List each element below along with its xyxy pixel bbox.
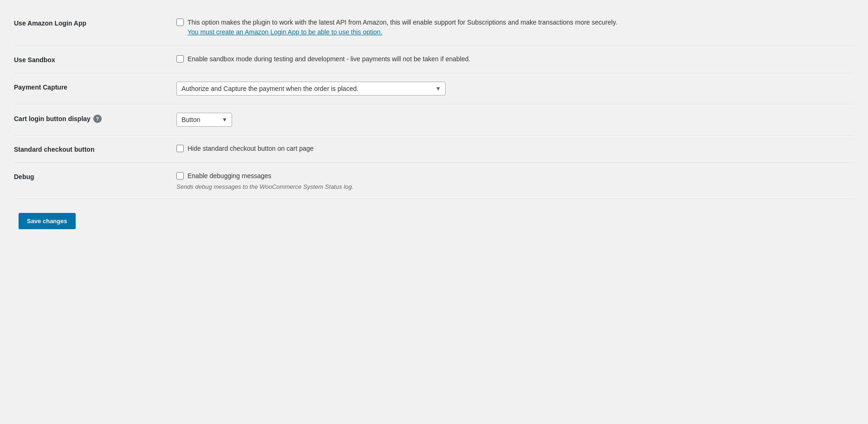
debug-checkbox[interactable] [176,172,184,180]
standard-checkout-field: Hide standard checkout button on cart pa… [176,144,849,154]
row-debug: Debug Enable debugging messages Sends de… [14,163,854,199]
standard-checkout-label: Standard checkout button [14,146,94,153]
row-amazon-login-app: Use Amazon Login App This option makes t… [14,9,854,46]
payment-capture-wrapper: Authorize and Capture the payment when t… [176,82,446,96]
payment-capture-label: Payment Capture [14,84,67,91]
cart-login-select[interactable]: Button Link [176,113,232,127]
cart-login-label: Cart login button display [14,115,91,122]
standard-checkout-description: Hide standard checkout button on cart pa… [188,144,314,154]
payment-capture-select[interactable]: Authorize and Capture the payment when t… [176,82,446,96]
row-standard-checkout: Standard checkout button Hide standard c… [14,135,854,163]
debug-label: Debug [14,173,34,180]
settings-container: Use Amazon Login App This option makes t… [0,0,868,247]
debug-field: Enable debugging messages [176,171,849,181]
cart-login-help-icon[interactable]: ? [93,115,102,123]
settings-table: Use Amazon Login App This option makes t… [14,9,854,238]
sandbox-label: Use Sandbox [14,56,55,64]
standard-checkout-checkbox[interactable] [176,145,184,152]
sandbox-checkbox[interactable] [176,55,184,63]
sandbox-field: Enable sandbox mode during testing and d… [176,54,849,64]
amazon-login-description: This option makes the plugin to work wit… [188,19,617,26]
debug-description: Enable debugging messages [188,171,272,181]
debug-note: Sends debug messages to the WooCommerce … [176,183,849,190]
cart-login-wrapper: Button Link ▼ [176,113,232,127]
save-button[interactable]: Save changes [19,213,76,229]
amazon-login-field: This option makes the plugin to work wit… [176,18,849,37]
row-cart-login: Cart login button display ? Button Link … [14,104,854,135]
amazon-login-label: Use Amazon Login App [14,19,86,27]
amazon-login-link[interactable]: You must create an Amazon Login App to b… [188,28,382,36]
sandbox-description: Enable sandbox mode during testing and d… [188,54,470,64]
row-payment-capture: Payment Capture Authorize and Capture th… [14,73,854,104]
save-row: Save changes [14,199,854,238]
amazon-login-checkbox[interactable] [176,19,184,26]
row-sandbox: Use Sandbox Enable sandbox mode during t… [14,46,854,73]
